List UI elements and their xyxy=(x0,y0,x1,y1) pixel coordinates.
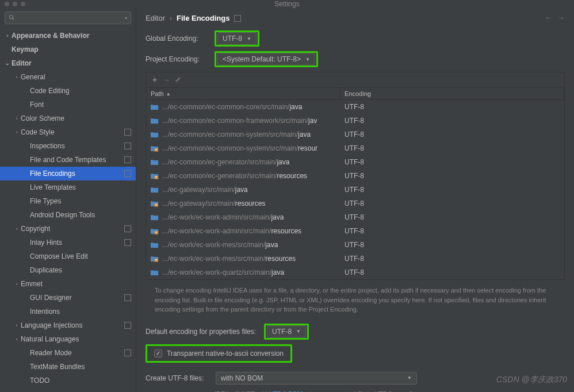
sidebar-item-inlay-hints[interactable]: Inlay Hints xyxy=(0,236,136,249)
table-row[interactable]: .../ec-work/ec-work-mes/src/main/resourc… xyxy=(146,252,564,266)
sidebar-item-duplicates[interactable]: Duplicates xyxy=(0,263,136,277)
sidebar-item-general[interactable]: ›General xyxy=(0,70,136,84)
settings-content: ← → Editor › File Encodings Global Encod… xyxy=(136,8,574,392)
sidebar-item-copyright[interactable]: ›Copyright xyxy=(0,222,136,236)
table-row[interactable]: .../ec-gateway/src/main/javaUTF-8 xyxy=(146,183,564,197)
utf8-bom-link[interactable]: UTF-8 BOM xyxy=(269,390,303,393)
table-row[interactable]: .../ec-common/ec-common-core/src/main/ja… xyxy=(146,100,564,114)
sidebar-item-code-editing[interactable]: Code Editing xyxy=(0,84,136,98)
checkbox-checked-icon: ✓ xyxy=(154,349,162,358)
project-scope-icon xyxy=(124,225,131,232)
encoding-cell[interactable]: UTF-8 xyxy=(340,186,564,194)
sidebar-item-todo[interactable]: TODO xyxy=(0,374,136,387)
encoding-cell[interactable]: UTF-8 xyxy=(340,255,564,263)
sidebar-item-appearance-behavior[interactable]: ›Appearance & Behavior xyxy=(0,29,136,43)
encoding-header[interactable]: Encoding xyxy=(340,88,564,99)
sidebar-item-live-templates[interactable]: Live Templates xyxy=(0,180,136,194)
encoding-cell[interactable]: UTF-8 xyxy=(340,213,564,221)
sidebar-item-reader-mode[interactable]: Reader Mode xyxy=(0,346,136,360)
sidebar-item-font[interactable]: Font xyxy=(0,98,136,112)
encoding-cell[interactable]: UTF-8 xyxy=(340,241,564,249)
table-row[interactable]: .../ec-work/ec-work-quartz/src/main/java… xyxy=(146,266,564,279)
table-row[interactable]: .../ec-work/ec-work-admin/src/main/javaU… xyxy=(146,210,564,224)
sidebar-item-emmet[interactable]: ›Emmet xyxy=(0,277,136,291)
sidebar-item-label: Language Injections xyxy=(21,321,124,329)
table-row[interactable]: .../ec-common/ec-generator/src/main/java… xyxy=(146,155,564,169)
encoding-cell[interactable]: UTF-8 xyxy=(340,199,564,207)
sidebar-item-android-design-tools[interactable]: Android Design Tools xyxy=(0,208,136,222)
encoding-cell[interactable]: UTF-8 xyxy=(340,144,564,152)
sidebar-item-label: Inlay Hints xyxy=(30,239,124,247)
project-scope-icon xyxy=(124,294,131,301)
encoding-cell[interactable]: UTF-8 xyxy=(340,130,564,139)
sidebar-item-language-injections[interactable]: ›Language Injections xyxy=(0,318,136,332)
sidebar-item-label: Live Templates xyxy=(30,183,131,191)
encoding-cell[interactable]: UTF-8 xyxy=(340,158,564,166)
search-input[interactable]: ▾ xyxy=(5,11,131,24)
global-encoding-dropdown[interactable]: UTF-8 ▼ xyxy=(217,32,257,45)
table-row[interactable]: .../ec-gateway/src/main/resourcesUTF-8 xyxy=(146,197,564,210)
remove-button[interactable]: − xyxy=(164,75,169,84)
folder-icon xyxy=(151,214,159,221)
sidebar-item-label: Compose Live Edit xyxy=(30,252,131,260)
folder-icon xyxy=(151,201,159,207)
sidebar-item-label: Appearance & Behavior xyxy=(12,32,131,40)
path-cell: .../ec-work/ec-work-admin/src/main/resou… xyxy=(146,227,340,235)
sidebar-item-label: File Encodings xyxy=(30,170,124,178)
sidebar-item-file-types[interactable]: File Types xyxy=(0,194,136,208)
table-row[interactable]: .../ec-common/ec-common-system/src/main/… xyxy=(146,141,564,155)
encoding-cell[interactable]: UTF-8 xyxy=(340,227,564,235)
sidebar-item-natural-languages[interactable]: ›Natural Languages xyxy=(0,332,136,346)
sidebar-item-intentions[interactable]: Intentions xyxy=(0,305,136,318)
project-encoding-value: <System Default: UTF-8> xyxy=(223,55,301,63)
chevron-down-icon: ▼ xyxy=(296,329,301,334)
create-utf8-dropdown[interactable]: with NO BOM ▼ xyxy=(216,372,417,385)
sidebar-item-file-encodings[interactable]: File Encodings xyxy=(0,167,136,180)
encoding-cell[interactable]: UTF-8 xyxy=(340,103,564,111)
sidebar-item-label: Intentions xyxy=(30,308,131,316)
sidebar-item-label: Inspections xyxy=(30,142,124,150)
sidebar-item-textmate-bundles[interactable]: TextMate Bundles xyxy=(0,360,136,374)
properties-encoding-dropdown[interactable]: UTF-8 ▼ xyxy=(267,325,306,338)
window-controls: Settings xyxy=(0,0,574,8)
sidebar-item-code-style[interactable]: ›Code Style xyxy=(0,125,136,139)
table-row[interactable]: .../ec-work/ec-work-mes/src/main/javaUTF… xyxy=(146,238,564,252)
breadcrumb: Editor › File Encodings xyxy=(146,14,565,22)
sidebar-item-label: TODO xyxy=(30,376,131,385)
sidebar-item-label: Copyright xyxy=(21,225,124,233)
project-scope-icon xyxy=(124,349,131,356)
project-encoding-dropdown[interactable]: <System Default: UTF-8> ▼ xyxy=(217,53,315,66)
path-cell: .../ec-common/ec-common-system/src/main/… xyxy=(146,130,340,139)
info-text: To change encoding IntelliJ IDEA uses fo… xyxy=(146,280,565,320)
back-icon[interactable]: ← xyxy=(545,14,552,22)
table-row[interactable]: .../ec-common/ec-common-system/src/main/… xyxy=(146,128,564,141)
project-scope-icon xyxy=(124,170,131,177)
table-row[interactable]: .../ec-work/ec-work-admin/src/main/resou… xyxy=(146,224,564,238)
encoding-cell[interactable]: UTF-8 xyxy=(340,117,564,125)
add-button[interactable]: ＋ xyxy=(151,75,159,85)
sidebar-item-file-and-code-templates[interactable]: File and Code Templates xyxy=(0,153,136,167)
search-history-caret-icon[interactable]: ▾ xyxy=(125,16,127,21)
create-utf8-label: Create UTF-8 files: xyxy=(146,374,210,382)
table-row[interactable]: .../ec-common/ec-common-framework/src/ma… xyxy=(146,114,564,128)
path-cell: .../ec-gateway/src/main/resources xyxy=(146,199,340,207)
sidebar-item-keymap[interactable]: Keymap xyxy=(0,43,136,56)
encoding-cell[interactable]: UTF-8 xyxy=(340,268,564,276)
folder-icon xyxy=(151,256,159,262)
chevron-right-icon: › xyxy=(13,336,21,342)
sidebar-item-editor[interactable]: ⌄Editor xyxy=(0,56,136,70)
sidebar-item-inspections[interactable]: Inspections xyxy=(0,139,136,153)
breadcrumb-root[interactable]: Editor xyxy=(146,14,165,22)
sidebar-item-color-scheme[interactable]: ›Color Scheme xyxy=(0,112,136,125)
transparent-native-checkbox[interactable]: ✓ Transparent native-to-ascii conversion xyxy=(148,347,289,360)
sidebar-item-compose-live-edit[interactable]: Compose Live Edit xyxy=(0,249,136,263)
table-row[interactable]: .../ec-common/ec-generator/src/main/reso… xyxy=(146,169,564,183)
edit-button[interactable] xyxy=(175,75,182,84)
sidebar-item-label: Color Scheme xyxy=(21,114,131,122)
encoding-cell[interactable]: UTF-8 xyxy=(340,172,564,180)
forward-icon[interactable]: → xyxy=(558,14,565,22)
project-scope-icon xyxy=(124,129,131,136)
path-header[interactable]: Path▲ xyxy=(146,88,340,99)
sidebar-item-gui-designer[interactable]: GUI Designer xyxy=(0,291,136,305)
folder-icon xyxy=(151,242,159,248)
